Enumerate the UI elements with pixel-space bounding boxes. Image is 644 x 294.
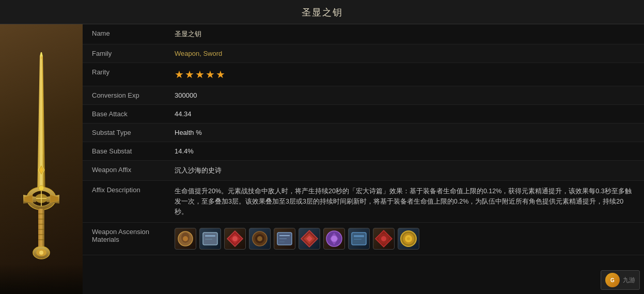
rarity-stars: ★★★★★ (175, 69, 226, 80)
svg-point-28 (183, 236, 188, 241)
svg-rect-43 (354, 235, 364, 237)
name-value: 圣显之钥 (165, 24, 644, 44)
base-attack-value: 44.34 (165, 105, 644, 123)
conversion-exp-label: Conversion Exp (83, 86, 165, 105)
page-wrapper: 圣显之钥 (0, 0, 644, 294)
base-substat-row: Base Substat 14.4% (83, 142, 644, 161)
family-row: Family Weapon, Sword (83, 44, 644, 63)
affix-description-value: 生命值提升20%。元素战技命中敌人时，将产生持续20秒的「宏大诗篇」效果：基于装… (165, 181, 644, 223)
weapon-ascension-row: Weapon Ascension Materials (83, 223, 644, 255)
weapon-image (13, 51, 70, 268)
svg-point-47 (381, 236, 386, 241)
material-icon-7 (348, 228, 370, 250)
material-icon-8 (373, 228, 395, 250)
svg-rect-30 (205, 235, 215, 237)
page-title: 圣显之钥 (0, 0, 644, 24)
material-icon-3 (249, 228, 271, 250)
svg-point-41 (331, 236, 337, 242)
svg-rect-45 (354, 241, 359, 242)
material-icon-9 (398, 228, 419, 250)
conversion-exp-row: Conversion Exp 300000 (83, 86, 644, 105)
base-attack-row: Base Attack 44.34 (83, 105, 644, 123)
family-value: Weapon, Sword (165, 44, 644, 63)
name-label: Name (83, 24, 165, 44)
rarity-value: ★★★★★ (165, 63, 644, 86)
info-table: Name 圣显之钥 Family Weapon, Sword Rarity ★★… (83, 24, 644, 255)
rarity-label: Rarity (83, 63, 165, 86)
weapon-affix-row: Weapon Affix 沉入沙海的史诗 (83, 161, 644, 181)
svg-point-32 (232, 236, 238, 241)
family-label: Family (83, 44, 165, 63)
jiuyou-text: 九游 (623, 276, 635, 285)
svg-point-23 (39, 185, 44, 191)
content-area: Name 圣显之钥 Family Weapon, Sword Rarity ★★… (0, 24, 644, 294)
substat-type-value: Health % (165, 123, 644, 142)
materials-cell (165, 223, 644, 255)
svg-rect-31 (205, 239, 212, 240)
conversion-exp-value: 300000 (165, 86, 644, 105)
base-substat-label: Base Substat (83, 142, 165, 161)
substat-type-row: Substat Type Health % (83, 123, 644, 142)
jiuyou-icon: G (605, 273, 620, 287)
substat-type-label: Substat Type (83, 123, 165, 142)
svg-point-18 (39, 251, 43, 255)
weapon-affix-value: 沉入沙海的史诗 (165, 161, 644, 181)
weapon-affix-label: Weapon Affix (83, 161, 165, 181)
material-icon-4 (274, 228, 295, 250)
weapon-image-panel (0, 24, 83, 294)
material-icon-0 (175, 228, 196, 250)
jiuyou-logo: G 九游 (601, 270, 640, 290)
svg-rect-44 (354, 239, 362, 240)
svg-point-35 (257, 236, 262, 241)
material-icon-6 (323, 228, 345, 250)
material-icon-1 (199, 228, 221, 250)
base-attack-label: Base Attack (83, 105, 165, 123)
name-row: Name 圣显之钥 (83, 24, 644, 44)
svg-point-51 (407, 237, 410, 240)
material-icon-2 (224, 228, 246, 250)
base-substat-value: 14.4% (165, 142, 644, 161)
affix-description-label: Affix Description (83, 181, 165, 223)
svg-marker-21 (40, 52, 43, 56)
rarity-row: Rarity ★★★★★ (83, 63, 644, 86)
affix-description-row: Affix Description 生命值提升20%。元素战技命中敌人时，将产生… (83, 181, 644, 223)
materials-icons (175, 228, 635, 250)
info-panel: Name 圣显之钥 Family Weapon, Sword Rarity ★★… (83, 24, 644, 294)
material-icon-5 (299, 228, 320, 250)
weapon-ascension-label: Weapon Ascension Materials (83, 223, 165, 255)
